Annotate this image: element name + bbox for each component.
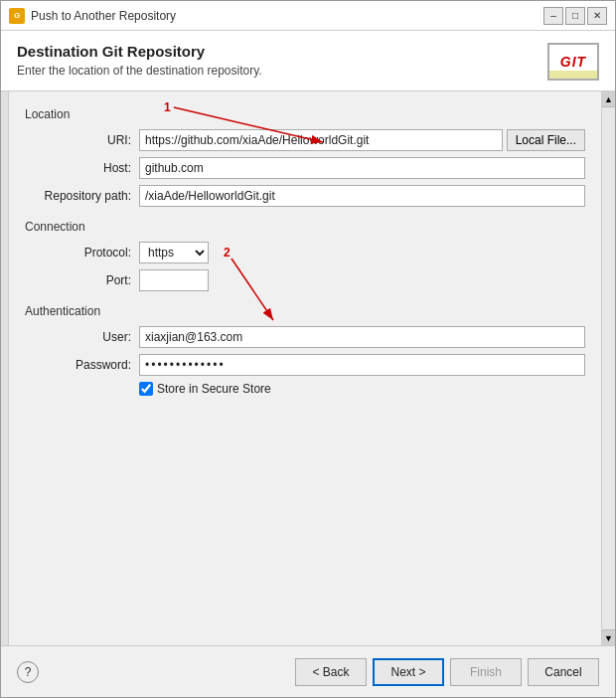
footer: ? < Back Next > Finish Cancel xyxy=(1,645,615,697)
header-text: Destination Git Repository Enter the loc… xyxy=(17,43,262,78)
close-button[interactable]: ✕ xyxy=(587,7,607,25)
page-subtitle: Enter the location of the destination re… xyxy=(17,64,262,78)
host-input[interactable] xyxy=(139,157,585,179)
host-row: Host: xyxy=(25,157,585,179)
scroll-up-arrow[interactable]: ▲ xyxy=(602,91,615,107)
window: G Push to Another Repository – □ ✕ Desti… xyxy=(0,0,616,698)
store-label: Store in Secure Store xyxy=(153,382,271,396)
auth-section-title: Authentication xyxy=(25,304,585,318)
main-content: 1 Location URI: Local File... Host: xyxy=(9,91,601,645)
window-title: Push to Another Repository xyxy=(31,9,176,23)
user-row: User: xyxy=(25,326,585,348)
footer-buttons: < Back Next > Finish Cancel xyxy=(295,658,599,686)
port-label: Port: xyxy=(25,273,139,287)
repo-path-row: Repository path: xyxy=(25,185,585,207)
header-area: Destination Git Repository Enter the loc… xyxy=(1,31,615,91)
scroll-track xyxy=(602,107,615,629)
git-logo: GIT xyxy=(547,43,599,81)
store-checkbox[interactable] xyxy=(139,382,153,396)
cancel-button[interactable]: Cancel xyxy=(528,658,599,686)
location-section-title: Location xyxy=(25,107,585,121)
connection-section-title: Connection xyxy=(25,220,585,234)
port-row: Port: xyxy=(25,269,585,291)
host-label: Host: xyxy=(25,161,139,175)
finish-button[interactable]: Finish xyxy=(450,658,522,686)
repo-path-label: Repository path: xyxy=(25,189,139,203)
port-input[interactable] xyxy=(139,269,209,291)
repo-path-input[interactable] xyxy=(139,185,585,207)
page-title: Destination Git Repository xyxy=(17,43,262,60)
footer-left: ? xyxy=(17,661,39,683)
protocol-select[interactable]: https http ssh git xyxy=(139,242,209,263)
left-scrollbar xyxy=(1,91,9,645)
titlebar: G Push to Another Repository – □ ✕ xyxy=(1,1,615,31)
minimize-button[interactable]: – xyxy=(543,7,563,25)
titlebar-left: G Push to Another Repository xyxy=(9,8,176,24)
uri-label: URI: xyxy=(25,133,139,147)
main-scroll: 1 Location URI: Local File... Host: xyxy=(1,91,615,645)
right-scrollbar: ▲ ▼ xyxy=(601,91,615,645)
back-button[interactable]: < Back xyxy=(295,658,367,686)
store-row: Store in Secure Store xyxy=(25,382,585,396)
user-input[interactable] xyxy=(139,326,585,348)
help-button[interactable]: ? xyxy=(17,661,39,683)
uri-row: URI: Local File... xyxy=(25,129,585,151)
uri-input[interactable] xyxy=(139,129,503,151)
window-icon: G xyxy=(9,8,25,24)
user-label: User: xyxy=(25,330,139,344)
next-button[interactable]: Next > xyxy=(373,658,444,686)
password-row: Password: xyxy=(25,354,585,376)
titlebar-controls: – □ ✕ xyxy=(543,7,607,25)
annotation-container: 1 Location URI: Local File... Host: xyxy=(25,107,585,396)
scroll-down-arrow[interactable]: ▼ xyxy=(602,629,615,645)
protocol-row: Protocol: https http ssh git xyxy=(25,242,585,263)
maximize-button[interactable]: □ xyxy=(565,7,585,25)
protocol-label: Protocol: xyxy=(25,246,139,260)
local-file-button[interactable]: Local File... xyxy=(507,129,585,151)
password-input[interactable] xyxy=(139,354,585,376)
password-label: Password: xyxy=(25,358,139,372)
git-logo-text: GIT xyxy=(560,54,586,70)
